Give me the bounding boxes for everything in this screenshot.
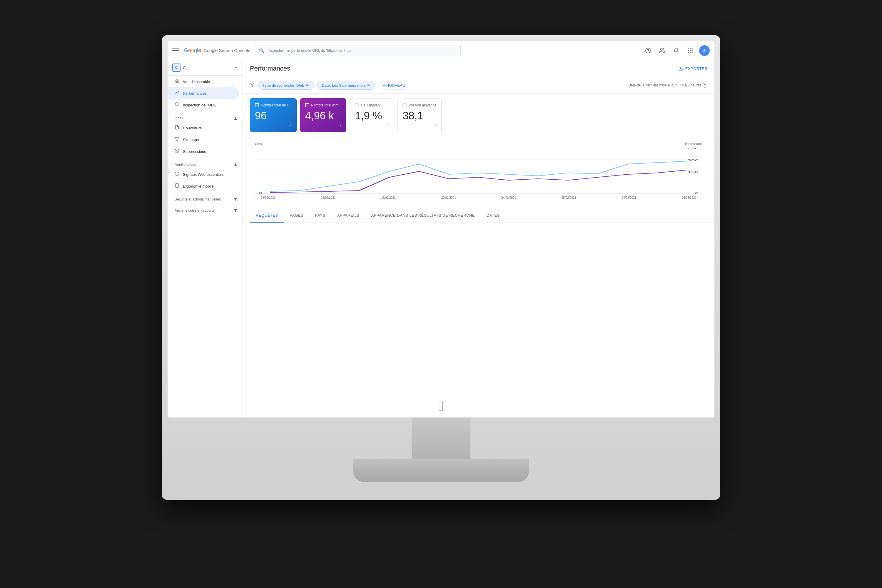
svg-rect-16 <box>176 140 178 141</box>
svg-text:450: 450 <box>687 148 699 150</box>
sidebar-item-couverture[interactable]: Couverture <box>168 122 239 134</box>
chart-x-axis: 08/02/2021 12/02/2021 16/02/2021 20/02/2… <box>255 196 702 200</box>
sidebar-item-overview[interactable]: Vue d'ensemble <box>168 75 239 87</box>
sidebar-section-ameliorations[interactable]: Améliorations ▲ <box>168 160 243 168</box>
metric-card-ctr[interactable]: CTR moyen 1,9 % ? <box>350 98 394 132</box>
chart-labels: Clics Impressions <box>255 142 702 146</box>
tab-requetes[interactable]: REQUÊTES <box>250 209 284 222</box>
svg-rect-14 <box>175 137 176 138</box>
metric-checkbox-clics <box>255 103 259 107</box>
sidebar-item-url-inspection[interactable]: Inspection de l'URL <box>168 99 239 111</box>
notifications-button[interactable] <box>671 45 681 56</box>
filter-bar: Type de recherche: Web ✏ Date: Les 3 der… <box>243 77 714 93</box>
sidebar-item-ergonomie[interactable]: Ergonomie mobile <box>168 180 239 192</box>
x-label-1: 08/02/2021 <box>261 196 276 200</box>
sidebar-section-index[interactable]: Index ▲ <box>168 113 243 122</box>
metric-card-position[interactable]: Position moyenne 38,1 ? <box>398 98 442 132</box>
filter-icon <box>250 82 255 88</box>
metric-label-position: Position moyenne <box>408 103 436 107</box>
hamburger-menu[interactable] <box>172 48 179 53</box>
svg-text:0: 0 <box>259 192 262 195</box>
metric-card-clics[interactable]: Nombre total de c... 96 ? <box>250 98 297 132</box>
metric-checkbox-position <box>402 103 406 107</box>
x-label-5: 24/02/2021 <box>501 196 516 200</box>
tab-pages[interactable]: PAGES <box>284 209 309 222</box>
sidebar-item-performances[interactable]: Performances <box>168 87 239 99</box>
type-filter-label: Type de recherche: Web <box>262 83 304 88</box>
date-filter-chip[interactable]: Date: Les 3 derniers mois ✏ <box>317 81 375 90</box>
securite-section-label: Sécurité et actions manuelles <box>175 197 221 201</box>
search-bar[interactable]: 🔍 <box>255 45 461 56</box>
apple-logo:  <box>438 397 444 414</box>
svg-text:0: 0 <box>695 192 699 195</box>
tab-apparence[interactable]: APPARENCE DANS LES RÉSULTATS DE RECHERCH… <box>365 209 481 222</box>
tab-dates[interactable]: DATES <box>481 209 506 222</box>
svg-rect-5 <box>692 48 692 49</box>
info-icon[interactable]: ? <box>703 83 707 88</box>
dropdown-arrow-icon: ▼ <box>234 66 238 70</box>
anciens-outils-chevron-icon: ▼ <box>233 208 238 213</box>
svg-rect-6 <box>688 50 689 51</box>
anciens-outils-section-label: Anciens outils et rapports <box>175 208 214 213</box>
new-filter-button[interactable]: + NOUVEAU <box>379 81 410 90</box>
sidebar: C C... ▼ Vue d'ensemble <box>168 60 243 417</box>
securite-chevron-icon: ▼ <box>233 196 238 202</box>
home-icon <box>175 78 179 84</box>
impressions-line <box>270 161 688 191</box>
svg-rect-7 <box>690 50 691 51</box>
gsc-app: Google Google Search Console 🔍 <box>168 41 714 417</box>
metric-value-ctr: 1,9 % <box>355 110 389 122</box>
sidebar-section-anciens-outils[interactable]: Anciens outils et rapports ▼ <box>168 206 243 214</box>
avatar-button[interactable]: a <box>699 45 710 56</box>
sidebar-item-sitemaps[interactable]: Sitemaps <box>168 134 239 146</box>
accounts-button[interactable] <box>657 45 668 56</box>
tabs-container: REQUÊTES PAGES PAYS APPAREILS APPARENCE … <box>243 209 714 223</box>
gsc-logo: Google Google Search Console <box>184 47 250 54</box>
metric-checkbox-impressions <box>305 103 309 107</box>
metric-checkbox-ctr <box>355 103 359 107</box>
tab-pays[interactable]: PAYS <box>309 209 332 222</box>
x-label-3: 16/02/2021 <box>381 196 396 200</box>
search-input[interactable] <box>267 48 457 52</box>
svg-line-13 <box>178 105 179 106</box>
monitor-stand-neck <box>412 417 470 465</box>
site-selector[interactable]: C C... ▼ <box>168 60 243 75</box>
sidebar-label-couverture: Couverture <box>183 126 202 130</box>
metric-info-position[interactable]: ? <box>435 123 437 127</box>
tab-appareils[interactable]: APPAREILS <box>332 209 366 222</box>
x-label-7: 04/03/2021 <box>621 196 636 200</box>
edit-filter-date-icon: ✏ <box>367 83 371 88</box>
x-label-4: 20/02/2021 <box>441 196 456 200</box>
svg-rect-24 <box>176 183 178 187</box>
tabs-list: REQUÊTES PAGES PAYS APPAREILS APPARENCE … <box>250 209 707 222</box>
metric-info-ctr[interactable]: ? <box>387 123 389 127</box>
export-button[interactable]: EXPORTER <box>678 66 707 71</box>
svg-rect-9 <box>688 52 689 52</box>
svg-line-22 <box>176 149 178 152</box>
help-button[interactable] <box>643 45 653 56</box>
svg-rect-8 <box>692 50 692 51</box>
sidebar-item-signaux-web[interactable]: Signaux Web essentiels <box>168 168 239 180</box>
x-label-6: 28/02/2021 <box>561 196 576 200</box>
search-icon: 🔍 <box>259 48 265 53</box>
block-icon <box>175 148 179 154</box>
svg-rect-11 <box>692 52 692 52</box>
metric-value-position: 38,1 <box>402 110 436 122</box>
metric-info-clics[interactable]: ? <box>290 123 292 127</box>
sidebar-label-performances: Performances <box>183 91 207 96</box>
metric-card-impressions[interactable]: Nombre total d'im... 4,96 k ? <box>300 98 346 132</box>
type-filter-chip[interactable]: Type de recherche: Web ✏ <box>258 81 314 90</box>
index-section-label: Index <box>175 116 183 120</box>
metric-info-impressions[interactable]: ? <box>340 123 342 127</box>
monitor-shell: Google Google Search Console 🔍 <box>162 35 720 500</box>
last-update-info: Date de la dernière mise à jour : il y a… <box>628 83 707 88</box>
apps-button[interactable] <box>685 45 696 56</box>
sidebar-label-suppressions: Suppressions <box>183 149 206 154</box>
sidebar-section-securite[interactable]: Sécurité et actions manuelles ▼ <box>168 194 243 203</box>
svg-text:150: 150 <box>687 171 699 174</box>
index-chevron-icon: ▲ <box>233 116 238 121</box>
svg-text:300: 300 <box>687 159 699 162</box>
sidebar-item-suppressions[interactable]: Suppressions <box>168 146 239 157</box>
svg-rect-10 <box>690 52 691 52</box>
edit-icon: ✏ <box>306 83 309 88</box>
